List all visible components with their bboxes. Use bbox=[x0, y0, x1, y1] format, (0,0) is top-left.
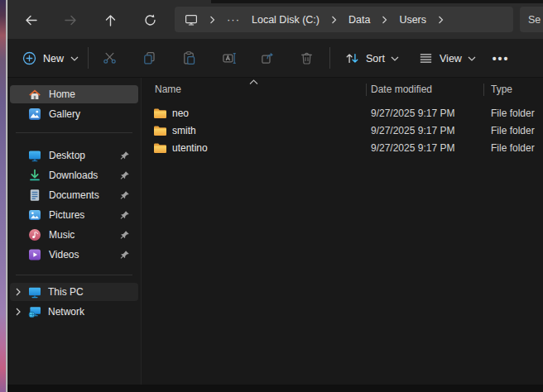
search-input[interactable]: Se bbox=[520, 7, 543, 32]
sidebar-item-label: This PC bbox=[48, 286, 84, 298]
more-options-button[interactable]: ••• bbox=[486, 45, 516, 71]
folder-icon bbox=[153, 108, 167, 119]
paste-button[interactable] bbox=[180, 50, 197, 66]
share-button[interactable] bbox=[259, 50, 276, 66]
share-icon bbox=[260, 50, 276, 66]
chevron-right-icon[interactable] bbox=[382, 16, 387, 24]
command-bar: New bbox=[7, 39, 543, 78]
sidebar-item-label: Downloads bbox=[49, 170, 98, 181]
desktop-icon bbox=[28, 149, 41, 162]
forward-button[interactable] bbox=[60, 9, 81, 31]
sidebar-item-label: Music bbox=[49, 229, 74, 241]
sidebar-item-network[interactable]: Network bbox=[10, 303, 138, 321]
chevron-expand-icon[interactable] bbox=[15, 308, 22, 316]
pin-icon bbox=[120, 210, 130, 220]
chevron-down-icon bbox=[468, 56, 476, 61]
rename-icon bbox=[222, 50, 238, 66]
view-button[interactable]: View bbox=[411, 45, 483, 71]
pin-icon bbox=[120, 151, 130, 160]
network-icon bbox=[28, 305, 41, 318]
sidebar-item-documents[interactable]: Documents bbox=[10, 186, 138, 204]
file-type: File folder bbox=[491, 125, 535, 136]
location-icon[interactable] bbox=[185, 13, 198, 26]
home-icon bbox=[28, 88, 41, 101]
gallery-icon bbox=[28, 108, 41, 121]
sidebar-item-label: Network bbox=[48, 306, 84, 318]
file-date-modified: 9/27/2025 9:17 PM bbox=[371, 142, 454, 154]
sidebar-separator bbox=[16, 132, 132, 133]
chevron-right-icon[interactable] bbox=[209, 16, 215, 24]
paste-icon bbox=[181, 50, 197, 66]
navigation-bar: ··· Local Disk (C:) Data Users Se bbox=[7, 0, 543, 39]
column-header-type[interactable]: Type bbox=[491, 78, 512, 101]
refresh-button[interactable] bbox=[139, 9, 161, 31]
column-resize-handle[interactable] bbox=[366, 84, 367, 96]
chevron-right-icon[interactable] bbox=[438, 16, 444, 24]
desktop-wallpaper-strip bbox=[0, 0, 6, 392]
new-button[interactable]: New bbox=[14, 45, 87, 71]
column-resize-handle[interactable] bbox=[483, 84, 484, 96]
documents-icon bbox=[28, 189, 41, 202]
sort-ascending-icon bbox=[249, 79, 258, 84]
trash-icon bbox=[299, 50, 315, 66]
sidebar-item-videos[interactable]: Videos bbox=[10, 246, 138, 264]
breadcrumb-overflow-button[interactable]: ··· bbox=[227, 16, 240, 24]
breadcrumb: ··· Local Disk (C:) Data Users bbox=[175, 7, 513, 32]
sidebar-item-downloads[interactable]: Downloads bbox=[10, 166, 138, 184]
sidebar-item-music[interactable]: Music bbox=[10, 226, 138, 244]
back-button[interactable] bbox=[20, 9, 41, 31]
up-arrow-icon bbox=[103, 13, 118, 27]
folder-icon bbox=[153, 125, 167, 136]
sidebar-item-label: Documents bbox=[49, 189, 99, 201]
forward-arrow-icon bbox=[64, 13, 78, 27]
file-explorer-window: ··· Local Disk (C:) Data Users Se New bbox=[7, 0, 543, 392]
file-type: File folder bbox=[491, 142, 535, 154]
toolbar-divider bbox=[329, 47, 330, 69]
back-arrow-icon bbox=[24, 13, 38, 27]
sidebar-item-label: Videos bbox=[49, 249, 79, 261]
plus-circle-icon bbox=[22, 51, 36, 65]
chevron-right-icon[interactable] bbox=[331, 16, 337, 24]
file-date-modified: 9/27/2025 9:17 PM bbox=[371, 108, 454, 119]
pin-icon bbox=[120, 190, 130, 200]
sidebar-item-gallery[interactable]: Gallery bbox=[10, 105, 138, 123]
tab-bar-remnant bbox=[211, 0, 543, 3]
delete-button[interactable] bbox=[298, 50, 315, 66]
cut-button[interactable] bbox=[101, 50, 118, 66]
file-list: Name Date modified Type neo 9/27/2025 9:… bbox=[142, 78, 543, 385]
scissors-icon bbox=[102, 50, 118, 66]
sort-arrows-icon bbox=[344, 50, 360, 66]
view-list-icon bbox=[418, 50, 434, 66]
file-row-smith[interactable]: smith 9/27/2025 9:17 PM File folder bbox=[142, 122, 543, 140]
sidebar-separator bbox=[16, 275, 132, 275]
view-button-label: View bbox=[440, 53, 462, 65]
file-name: utentino bbox=[172, 142, 208, 154]
column-header-date-modified[interactable]: Date modified bbox=[371, 78, 432, 101]
column-header-name[interactable]: Name bbox=[155, 78, 181, 101]
folder-icon bbox=[153, 142, 167, 154]
rename-button[interactable] bbox=[221, 50, 238, 66]
breadcrumb-item-local-disk[interactable]: Local Disk (C:) bbox=[252, 14, 320, 26]
chevron-expand-icon[interactable] bbox=[15, 288, 22, 296]
videos-icon bbox=[28, 248, 41, 261]
sort-button[interactable]: Sort bbox=[338, 45, 406, 71]
sidebar-item-pictures[interactable]: Pictures bbox=[10, 206, 138, 224]
breadcrumb-item-data[interactable]: Data bbox=[348, 14, 370, 26]
chevron-down-icon bbox=[391, 56, 399, 61]
navigation-pane: Home Gallery Desktop bbox=[7, 78, 141, 385]
sidebar-item-home[interactable]: Home bbox=[10, 85, 138, 103]
this-pc-icon bbox=[28, 285, 41, 299]
file-name: smith bbox=[172, 125, 196, 136]
sidebar-item-this-pc[interactable]: This PC bbox=[10, 283, 138, 301]
up-button[interactable] bbox=[99, 9, 121, 31]
file-row-neo[interactable]: neo 9/27/2025 9:17 PM File folder bbox=[142, 105, 543, 122]
breadcrumb-item-users[interactable]: Users bbox=[399, 14, 426, 26]
sidebar-item-desktop[interactable]: Desktop bbox=[10, 146, 138, 165]
downloads-icon bbox=[28, 169, 41, 182]
copy-icon bbox=[142, 50, 157, 66]
copy-button[interactable] bbox=[141, 50, 157, 66]
pictures-icon bbox=[28, 208, 41, 222]
file-row-utentino[interactable]: utentino 9/27/2025 9:17 PM File folder bbox=[142, 140, 543, 157]
window-bottom-edge bbox=[7, 385, 543, 392]
music-icon bbox=[28, 228, 41, 241]
